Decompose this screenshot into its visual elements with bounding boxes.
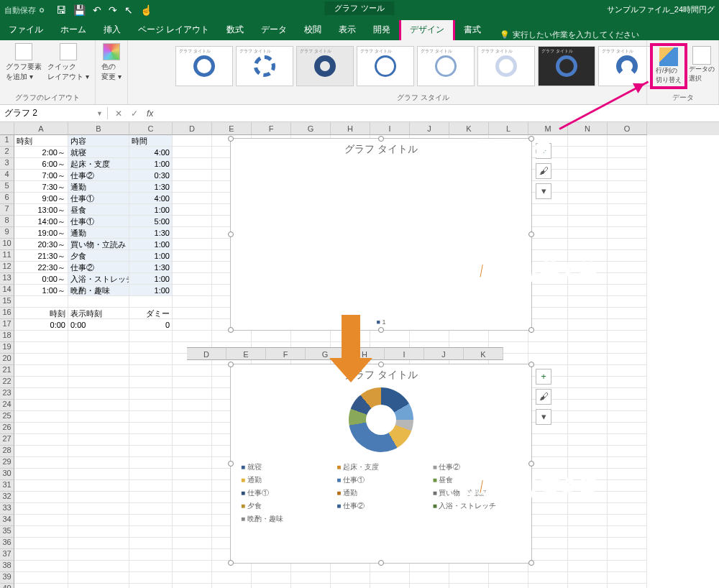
cell[interactable] bbox=[568, 239, 608, 250]
cursor-icon[interactable]: ↖ bbox=[124, 4, 133, 16]
chart-style-2[interactable]: グラフ タイトル bbox=[236, 46, 293, 86]
col-header[interactable]: E bbox=[226, 347, 266, 360]
cell[interactable]: 通勤 bbox=[68, 227, 129, 239]
row-header[interactable]: 9 bbox=[0, 227, 14, 239]
cell[interactable] bbox=[568, 204, 608, 216]
cell[interactable] bbox=[568, 193, 608, 204]
cell[interactable]: 14:00～ bbox=[14, 216, 68, 227]
cell[interactable]: 1:00 bbox=[129, 250, 173, 262]
cell[interactable] bbox=[608, 296, 647, 308]
cell[interactable]: 9:00～ bbox=[14, 193, 68, 204]
cell[interactable]: 1:00～ bbox=[14, 285, 68, 296]
row-header[interactable]: 7 bbox=[0, 204, 14, 216]
cell[interactable] bbox=[568, 158, 608, 170]
cell[interactable] bbox=[173, 319, 212, 331]
save-icon-alt[interactable]: 💾 bbox=[73, 4, 86, 16]
cell[interactable]: 通勤 bbox=[68, 181, 129, 193]
cell[interactable] bbox=[173, 158, 212, 170]
cell[interactable] bbox=[568, 147, 608, 158]
col-header[interactable]: N bbox=[568, 122, 608, 135]
col-header[interactable]: I bbox=[370, 122, 410, 135]
cell[interactable] bbox=[608, 319, 647, 331]
chart-brush-icon[interactable]: 🖌 bbox=[536, 163, 551, 179]
cell[interactable] bbox=[608, 262, 647, 273]
cell[interactable]: 就寝 bbox=[68, 147, 129, 158]
cell[interactable]: 晩酌・趣味 bbox=[68, 285, 129, 296]
fx-icon[interactable]: fx bbox=[147, 109, 153, 119]
cell[interactable]: ダミー bbox=[129, 308, 173, 319]
row-header[interactable]: 17 bbox=[0, 319, 14, 331]
col-header[interactable]: H bbox=[345, 347, 385, 360]
chart-after[interactable]: グラフ タイトル 就寝起床・支度仕事②通勤仕事①昼食仕事①通勤買い物・立読み夕食… bbox=[230, 364, 532, 564]
cell[interactable] bbox=[608, 193, 647, 204]
cell[interactable] bbox=[608, 308, 647, 319]
cell[interactable] bbox=[528, 296, 568, 308]
col-header[interactable]: D bbox=[187, 347, 226, 360]
cell[interactable] bbox=[528, 227, 568, 239]
col-header[interactable]: A bbox=[14, 122, 68, 135]
row-header[interactable]: 14 bbox=[0, 285, 14, 296]
cell[interactable]: 時刻 bbox=[14, 308, 68, 319]
row-header[interactable]: 8 bbox=[0, 216, 14, 227]
cell[interactable]: 4:00 bbox=[129, 193, 173, 204]
cell[interactable] bbox=[568, 227, 608, 239]
col-header[interactable]: H bbox=[331, 122, 370, 135]
col-header[interactable]: G bbox=[291, 122, 331, 135]
cell[interactable]: 起床・支度 bbox=[68, 158, 129, 170]
dropdown-icon[interactable]: ▼ bbox=[96, 110, 103, 117]
save-icon[interactable]: 🖫 bbox=[56, 4, 66, 16]
tab-home[interactable]: ホーム bbox=[52, 19, 95, 40]
worksheet[interactable]: ABCDEFGHIJKLMNO 1時刻内容時間22:00～就寝4:0036:00… bbox=[0, 122, 719, 588]
cell[interactable] bbox=[528, 308, 568, 319]
cell[interactable] bbox=[14, 296, 68, 308]
cell[interactable]: 時間 bbox=[129, 135, 173, 147]
cell[interactable]: 0:30 bbox=[129, 170, 173, 181]
cell[interactable] bbox=[608, 239, 647, 250]
cell[interactable] bbox=[173, 239, 212, 250]
select-data-button[interactable]: データの 選択 bbox=[687, 43, 716, 89]
cell[interactable] bbox=[528, 250, 568, 262]
col-header[interactable]: G bbox=[306, 347, 345, 360]
cell[interactable] bbox=[173, 204, 212, 216]
cell[interactable] bbox=[68, 296, 129, 308]
row-header[interactable]: 11 bbox=[0, 250, 14, 262]
column-headers[interactable]: ABCDEFGHIJKLMNO bbox=[0, 122, 719, 135]
tab-view[interactable]: 表示 bbox=[330, 19, 365, 40]
col-header[interactable]: O bbox=[608, 122, 647, 135]
cell[interactable] bbox=[608, 147, 647, 158]
name-box[interactable]: グラフ 2▼ bbox=[0, 107, 108, 119]
col-header[interactable]: L bbox=[489, 122, 528, 135]
cell[interactable]: 20:30～ bbox=[14, 239, 68, 250]
cell[interactable] bbox=[608, 250, 647, 262]
chart-style-4[interactable]: グラフ タイトル bbox=[357, 46, 414, 86]
cell[interactable] bbox=[173, 285, 212, 296]
row-header[interactable]: 6 bbox=[0, 193, 14, 204]
cell[interactable] bbox=[173, 147, 212, 158]
cell[interactable] bbox=[528, 273, 568, 285]
row-header[interactable]: 3 bbox=[0, 158, 14, 170]
cell[interactable] bbox=[173, 193, 212, 204]
cell[interactable] bbox=[173, 308, 212, 319]
cell[interactable] bbox=[173, 273, 212, 285]
row-header[interactable]: 15 bbox=[0, 296, 14, 308]
cell[interactable] bbox=[608, 170, 647, 181]
cell[interactable] bbox=[568, 250, 608, 262]
cell[interactable]: 1:30 bbox=[129, 181, 173, 193]
cell[interactable]: 仕事② bbox=[68, 262, 129, 273]
row-header[interactable]: 2 bbox=[0, 147, 14, 158]
chart-before[interactable]: グラフ タイトル 1 + 🖌 ▾ bbox=[230, 138, 532, 331]
col-header[interactable]: K bbox=[464, 347, 503, 360]
cell[interactable]: 昼食 bbox=[68, 204, 129, 216]
col-header[interactable]: K bbox=[449, 122, 489, 135]
row-header[interactable]: 5 bbox=[0, 181, 14, 193]
chart-plus-icon[interactable]: + bbox=[536, 143, 551, 159]
cell[interactable] bbox=[568, 273, 608, 285]
quick-layout-button[interactable]: クイック レイアウト ▾ bbox=[47, 43, 89, 82]
autosave-toggle[interactable]: 自動保存 ⭘ bbox=[4, 5, 46, 16]
col-header[interactable] bbox=[0, 122, 14, 135]
cell[interactable]: 0:00 bbox=[68, 319, 129, 331]
cell[interactable]: 1:00 bbox=[129, 204, 173, 216]
tell-me[interactable]: 💡実行したい作業を入力してください bbox=[500, 29, 639, 40]
tab-data[interactable]: データ bbox=[252, 19, 296, 40]
cell[interactable]: 2:00～ bbox=[14, 147, 68, 158]
